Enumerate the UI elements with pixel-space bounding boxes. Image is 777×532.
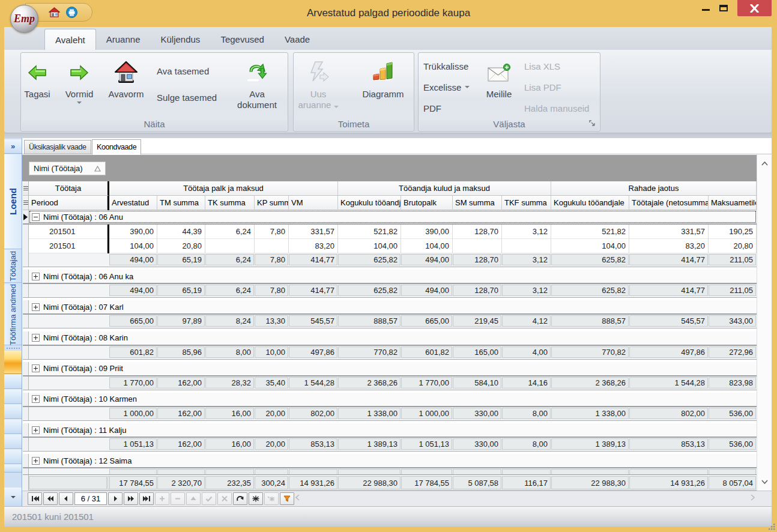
ava-dokument-button[interactable]: Avadokument: [232, 56, 282, 119]
vormid-button[interactable]: Vormid: [61, 56, 98, 119]
diagramm-button[interactable]: Diagramm: [356, 56, 410, 119]
data-cell[interactable]: 83,20: [629, 239, 709, 253]
ava-tasemed-button[interactable]: Ava tasemed: [154, 63, 211, 79]
sidebar-group-header[interactable]: [4, 449, 22, 464]
expand-group-icon[interactable]: [32, 426, 40, 434]
view-tab-koondvaade[interactable]: Koondvaade: [92, 139, 141, 155]
tagasi-button[interactable]: Tagasi: [21, 56, 53, 119]
data-cell[interactable]: 521,82: [551, 225, 629, 239]
data-cell[interactable]: 104,00: [551, 239, 629, 253]
nav-last[interactable]: [139, 492, 154, 505]
group-row[interactable]: Nimi (Töötaja) : 12 Saima: [23, 454, 757, 468]
data-cell[interactable]: 390,00: [109, 225, 157, 239]
lisa-pdf-button[interactable]: Lisa PDF: [522, 79, 564, 95]
column-header[interactable]: Periood: [29, 196, 107, 210]
nav-expand-all[interactable]: [249, 492, 263, 505]
valjasta-dialog-launcher[interactable]: [589, 120, 597, 128]
data-cell[interactable]: 83,20: [289, 239, 338, 253]
nav-first[interactable]: [28, 492, 42, 505]
sidebar-group-header[interactable]: [4, 389, 22, 404]
ribbon-tab-tegevused[interactable]: Tegevused: [210, 29, 274, 50]
collapse-group-icon[interactable]: [32, 213, 40, 221]
data-cell[interactable]: [205, 239, 255, 253]
data-cell[interactable]: 521,82: [338, 225, 401, 239]
nav-cancel[interactable]: [217, 492, 232, 505]
view-tab-uksikasjalik-vaade[interactable]: Üksikasjalik vaade: [24, 140, 91, 154]
print-button[interactable]: [66, 7, 77, 18]
sidebar-group-header[interactable]: [4, 419, 22, 434]
trukkalisse-button[interactable]: Trükkalisse: [421, 58, 471, 74]
vertical-scrollbar[interactable]: [757, 154, 772, 491]
sidebar-tab-loend[interactable]: Loend: [4, 154, 22, 249]
ribbon-tab-aruanne[interactable]: Aruanne: [96, 29, 151, 50]
expand-group-icon[interactable]: [32, 273, 40, 280]
data-cell[interactable]: 20,80: [157, 239, 205, 253]
nav-next[interactable]: [108, 492, 122, 505]
data-cell[interactable]: 104,00: [401, 239, 453, 253]
band-header[interactable]: Töötaja palk ja maksud: [109, 181, 338, 196]
meilile-button[interactable]: Meilile: [480, 56, 518, 119]
sidebar-group-header[interactable]: [4, 374, 22, 389]
data-cell[interactable]: 331,57: [289, 225, 338, 239]
sidebar-group-header-active[interactable]: [4, 351, 22, 374]
data-cell[interactable]: 190,25: [709, 225, 757, 239]
scroll-right-icon[interactable]: [751, 494, 755, 501]
data-cell[interactable]: 104,00: [338, 239, 401, 253]
data-cell[interactable]: 390,00: [401, 225, 453, 239]
group-by-field-button[interactable]: Nimi (Töötaja): [29, 162, 106, 175]
expand-group-icon[interactable]: [32, 395, 40, 403]
ribbon-tab-vaade[interactable]: Vaade: [274, 29, 320, 50]
scroll-left-icon[interactable]: [295, 494, 300, 501]
data-cell[interactable]: 44,39: [157, 225, 205, 239]
cell-periood[interactable]: 201501: [29, 239, 107, 253]
group-row[interactable]: Nimi (Töötaja) : 10 Karmen: [23, 393, 757, 407]
close-button[interactable]: [737, 0, 772, 16]
band-header[interactable]: Rahade jaotus: [551, 181, 757, 196]
scroll-down-icon[interactable]: [757, 475, 772, 488]
expand-group-icon[interactable]: [32, 364, 40, 372]
data-cell[interactable]: [453, 239, 502, 253]
nav-delete[interactable]: [171, 492, 185, 505]
home-button[interactable]: [49, 7, 60, 18]
expand-group-icon[interactable]: [32, 334, 40, 342]
data-cell[interactable]: 128,70: [453, 225, 502, 239]
column-header[interactable]: Kogukulu tööandjale: [338, 196, 401, 210]
expand-group-icon[interactable]: [32, 457, 40, 465]
group-row[interactable]: Nimi (Töötaja) : 08 Karin: [23, 331, 757, 346]
column-header[interactable]: Töötajale (netosumma): [629, 196, 709, 210]
column-header[interactable]: TK summa: [205, 196, 255, 210]
column-header[interactable]: Arvestatud: [109, 196, 157, 210]
sidebar-group-header[interactable]: [4, 434, 22, 449]
data-row[interactable]: 201501390,0044,396,247,80331,57521,82390…: [23, 225, 757, 239]
nav-next-page[interactable]: [124, 492, 138, 505]
scroll-up-icon[interactable]: [757, 157, 772, 170]
halda-manuseid-button[interactable]: Halda manuseid: [522, 100, 591, 116]
group-row[interactable]: Nimi (Töötaja) : 09 Priit: [23, 362, 757, 376]
application-button[interactable]: Emp: [10, 5, 38, 33]
maximize-button[interactable]: [715, 0, 733, 15]
group-row[interactable]: Nimi (Töötaja) : 06 Anu: [23, 210, 757, 225]
data-cell[interactable]: 331,57: [629, 225, 709, 239]
column-header[interactable]: VM: [289, 196, 338, 210]
minimize-button[interactable]: [697, 0, 715, 15]
column-header[interactable]: KP summa: [255, 196, 289, 210]
column-header[interactable]: Kogukulu tööandjale: [551, 196, 629, 210]
ribbon-tab-küljendus[interactable]: Küljendus: [150, 29, 210, 50]
data-cell[interactable]: 3,12: [502, 225, 551, 239]
data-row[interactable]: 201501104,0020,8083,20104,00104,00104,00…: [23, 239, 757, 253]
group-row[interactable]: Nimi (Töötaja) : 11 Kalju: [23, 423, 757, 438]
data-cell[interactable]: 7,80: [255, 225, 289, 239]
group-row[interactable]: Nimi (Töötaja) : 07 Karl: [23, 300, 757, 315]
data-cell[interactable]: [255, 239, 289, 253]
resize-grip[interactable]: [768, 523, 776, 531]
data-cell[interactable]: [502, 239, 551, 253]
nav-refresh[interactable]: [233, 492, 247, 505]
column-header[interactable]: SM summa: [453, 196, 502, 210]
band-header[interactable]: Töötaja: [29, 181, 109, 196]
uus-aruanne-button[interactable]: Uusaruanne: [297, 56, 339, 119]
nav-post[interactable]: [202, 492, 216, 505]
data-cell[interactable]: 104,00: [109, 239, 157, 253]
excelisse-button[interactable]: Excelisse: [421, 79, 472, 95]
nav-prev[interactable]: [59, 492, 73, 505]
expand-group-icon[interactable]: [32, 303, 40, 311]
